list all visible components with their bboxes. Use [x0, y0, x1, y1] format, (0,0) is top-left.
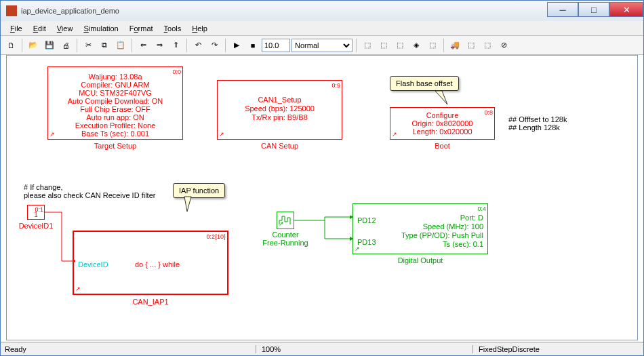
tool9-icon[interactable]: ⊘ [496, 38, 511, 53]
svg-marker-4 [350, 237, 353, 241]
block-target-setup[interactable]: 0:0 Waijung: 13.08a Compiler: GNU ARM MC… [47, 66, 183, 140]
boot-note: ## Offfset to 128k ## Length 128k [508, 115, 567, 132]
app-icon [6, 5, 17, 16]
maximize-button[interactable]: □ [578, 2, 609, 17]
new-icon[interactable]: 🗋 [3, 38, 18, 53]
svg-marker-0 [435, 91, 447, 104]
window-title: iap_device_application_demo [21, 7, 547, 15]
block-deviceid[interactable]: 0:1 1 [27, 205, 45, 220]
play-icon[interactable]: ▶ [229, 38, 244, 53]
model-canvas[interactable]: 0:0 Waijung: 13.08a Compiler: GNU ARM MC… [6, 55, 638, 340]
toolbar: 🗋 📂 💾 🖨 ✂ ⧉ 📋 ⇐ ⇒ ⇑ ↶ ↷ ▶ ■ Normal ⬚ ⬚ ⬚… [1, 36, 643, 55]
tool7-icon[interactable]: ⬚ [464, 38, 479, 53]
block-label: CAN Setup [217, 142, 342, 150]
link-icon: ↗ [279, 220, 284, 227]
redo-icon[interactable]: ↷ [207, 38, 222, 53]
menu-help[interactable]: Help [186, 23, 213, 34]
menu-edit[interactable]: Edit [28, 23, 52, 34]
stop-icon[interactable]: ■ [245, 38, 260, 53]
close-button[interactable]: ✕ [609, 2, 643, 17]
svg-marker-1 [184, 197, 191, 212]
cut-icon[interactable]: ✂ [81, 38, 96, 53]
tool4-icon[interactable]: ◈ [409, 38, 424, 53]
block-counter[interactable]: ↗ [277, 212, 294, 229]
block-label: CAN_IAP1 [73, 298, 228, 306]
link-icon: ↗ [75, 285, 81, 292]
mode-select[interactable]: Normal [291, 39, 353, 52]
forward-icon[interactable]: ⇒ [152, 38, 167, 53]
link-icon: ↗ [392, 131, 397, 138]
copy-icon[interactable]: ⧉ [97, 38, 112, 53]
block-boot[interactable]: 0:8 Configure Origin: 0x8020000 Length: … [390, 107, 495, 140]
tool5-icon[interactable]: ⬚ [425, 38, 440, 53]
tool2-icon[interactable]: ⬚ [376, 38, 391, 53]
simtime-input[interactable] [262, 39, 290, 52]
menubar: File Edit View Simulation Format Tools H… [1, 21, 643, 36]
menu-simulation[interactable]: Simulation [78, 23, 123, 34]
up-icon[interactable]: ⇑ [168, 38, 183, 53]
menu-tools[interactable]: Tools [159, 23, 187, 34]
tool6-icon[interactable]: 🚚 [447, 38, 462, 53]
svg-marker-2 [73, 259, 75, 263]
status-solver: FixedStepDiscrete [472, 345, 639, 353]
print-icon[interactable]: 🖨 [58, 38, 73, 53]
paste-icon[interactable]: 📋 [113, 38, 128, 53]
signal-wire [45, 212, 75, 266]
block-label: Boot [390, 142, 495, 150]
callout-tail-icon [183, 195, 203, 216]
block-label: Target Setup [47, 142, 183, 150]
open-icon[interactable]: 📂 [26, 38, 41, 53]
titlebar: iap_device_application_demo ─ □ ✕ [1, 1, 643, 21]
callout-flash: Flash base offset [390, 76, 459, 91]
menu-view[interactable]: View [52, 23, 79, 34]
block-label: Digital Output [353, 256, 488, 264]
svg-marker-3 [350, 216, 353, 219]
block-can-setup[interactable]: 0:9 CAN1_Setup Speed (bps): 125000 Tx/Rx… [217, 80, 342, 140]
menu-format[interactable]: Format [124, 23, 159, 34]
status-percent: 100% [256, 345, 472, 353]
tool1-icon[interactable]: ⬚ [360, 38, 375, 53]
block-digital-output[interactable]: 0:4 PD12 PD13 Port: D Speed (MHz): 100 T… [353, 203, 488, 254]
block-can-iap[interactable]: 0:2{10} DeviceID do { ... } while ↗ [73, 231, 228, 295]
tool3-icon[interactable]: ⬚ [393, 38, 407, 53]
save-icon[interactable]: 💾 [42, 38, 57, 53]
link-icon: ↗ [219, 131, 224, 138]
note-change: # If change, please also check CAN Recei… [24, 183, 155, 199]
link-icon: ↗ [49, 131, 55, 138]
signal-wire [294, 216, 355, 243]
status-ready: Ready [5, 345, 256, 353]
menu-file[interactable]: File [5, 23, 28, 34]
back-icon[interactable]: ⇐ [136, 38, 150, 53]
undo-icon[interactable]: ↶ [190, 38, 205, 53]
link-icon: ↗ [355, 245, 360, 252]
minimize-button[interactable]: ─ [547, 2, 578, 17]
statusbar: Ready 100% FixedStepDiscrete [1, 342, 643, 355]
tool8-icon[interactable]: ⬚ [480, 38, 495, 53]
main-window: iap_device_application_demo ─ □ ✕ File E… [0, 0, 644, 356]
